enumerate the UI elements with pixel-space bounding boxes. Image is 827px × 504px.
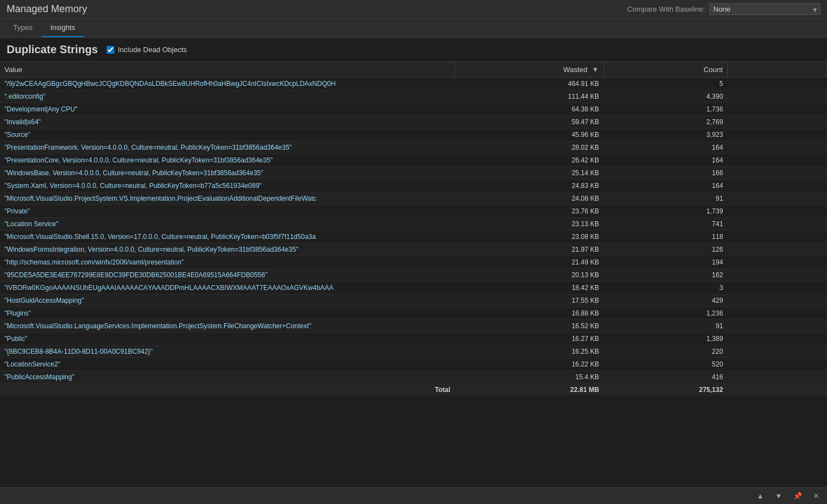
footer-total-label: Total: [0, 384, 455, 396]
cell-count: 1,736: [603, 103, 728, 116]
cell-wasted: 24.83 KB: [455, 180, 603, 192]
cell-count: 126: [603, 243, 728, 256]
cell-extra: [728, 90, 827, 103]
cell-count: 164: [603, 180, 728, 192]
cell-value: "http://schemas.microsoft.com/winfx/2006…: [0, 256, 455, 269]
cell-value: "iVBORw0KGgoAAAANSUhEUgAAAIAAAAACАYAAADD…: [0, 282, 455, 294]
table-row[interactable]: "LocationService2"16.22 KB520: [0, 358, 827, 371]
cell-count: 220: [603, 345, 728, 358]
cell-extra: [728, 167, 827, 180]
pin-button[interactable]: 📌: [790, 491, 805, 501]
table-row[interactable]: "HostGuidAccessMapping"17.55 KB429: [0, 294, 827, 307]
cell-value: "LocationService2": [0, 358, 455, 371]
table-row[interactable]: "95CDE5A5DE3E4EE767299E8E9DC39FDE30DB625…: [0, 269, 827, 282]
table-row[interactable]: "WindowsBase, Version=4.0.0.0, Culture=n…: [0, 167, 827, 180]
cell-value: "Microsoft.VisualStudio.LanguageServices…: [0, 320, 455, 333]
cell-extra: [728, 231, 827, 243]
table-row[interactable]: "Development|Any CPU"64.38 KB1,736: [0, 103, 827, 116]
cell-value: "95CDE5A5DE3E4EE767299E8E9DC39FDE30DB625…: [0, 269, 455, 282]
table-body: "/9j/2wCEAAgGBgcGBQgHBwcJCQgKDBQNDAsLDBk…: [0, 78, 827, 384]
cell-extra: [728, 192, 827, 205]
cell-count: 162: [603, 269, 728, 282]
cell-extra: [728, 320, 827, 333]
col-header-wasted[interactable]: Wasted ▼: [455, 62, 603, 78]
table-row[interactable]: "Plugins"16.88 KB1,236: [0, 307, 827, 320]
cell-wasted: 16.25 KB: [455, 345, 603, 358]
table-row[interactable]: "WindowsFormsIntegration, Version=4.0.0.…: [0, 243, 827, 256]
table-row[interactable]: "PublicAccessMapping"15.4 KB416: [0, 371, 827, 384]
cell-extra: [728, 243, 827, 256]
cell-wasted: 464.91 KB: [455, 78, 603, 90]
cell-count: 91: [603, 320, 728, 333]
cell-count: 416: [603, 371, 728, 384]
cell-value: ".editorconfig": [0, 90, 455, 103]
cell-count: 741: [603, 218, 728, 231]
cell-count: 3: [603, 282, 728, 294]
table-row[interactable]: "{8BC9CEB8-8B4A-11D0-8D11-00A0C91BC942}"…: [0, 345, 827, 358]
cell-value: "WindowsFormsIntegration, Version=4.0.0.…: [0, 243, 455, 256]
cell-count: 1,389: [603, 333, 728, 345]
compare-baseline-select[interactable]: None: [709, 3, 820, 15]
table-row[interactable]: "Microsoft.VisualStudio.LanguageServices…: [0, 320, 827, 333]
cell-extra: [728, 103, 827, 116]
table-row[interactable]: "Private"23.76 KB1,739: [0, 205, 827, 218]
table-row[interactable]: "Microsoft.VisualStudio.ProjectSystem.VS…: [0, 192, 827, 205]
cell-wasted: 28.02 KB: [455, 141, 603, 154]
table-row[interactable]: "Public"16.27 KB1,389: [0, 333, 827, 345]
cell-extra: [728, 294, 827, 307]
cell-wasted: 25.14 KB: [455, 167, 603, 180]
bottom-toolbar: ▲ ▼ 📌 ✕: [0, 487, 827, 504]
cell-count: 91: [603, 192, 728, 205]
cell-wasted: 16.88 KB: [455, 307, 603, 320]
table-row[interactable]: "iVBORw0KGgoAAAANSUhEUgAAAIAAAAACАYAAADD…: [0, 282, 827, 294]
cell-count: 3,923: [603, 129, 728, 141]
close-button[interactable]: ✕: [810, 491, 823, 501]
cell-extra: [728, 282, 827, 294]
col-header-count[interactable]: Count: [603, 62, 728, 78]
scroll-down-button[interactable]: ▼: [772, 491, 785, 501]
table-row[interactable]: "Microsoft.VisualStudio.Shell.15.0, Vers…: [0, 231, 827, 243]
cell-wasted: 111.44 KB: [455, 90, 603, 103]
top-bar: Managed Memory Compare With Baseline: No…: [0, 0, 827, 19]
section-title: Duplicate Strings: [7, 43, 98, 56]
cell-value: "PresentationFramework, Version=4.0.0.0,…: [0, 141, 455, 154]
cell-extra: [728, 371, 827, 384]
cell-extra: [728, 269, 827, 282]
footer-wasted: 22.81 MB: [455, 384, 603, 396]
scroll-up-button[interactable]: ▲: [753, 491, 767, 501]
cell-extra: [728, 141, 827, 154]
cell-extra: [728, 205, 827, 218]
table-row[interactable]: ".editorconfig"111.44 KB4,390: [0, 90, 827, 103]
table-row[interactable]: "Invalid|x64"59.47 KB2,769: [0, 116, 827, 129]
cell-wasted: 64.38 KB: [455, 103, 603, 116]
cell-extra: [728, 116, 827, 129]
compare-select-wrapper[interactable]: None: [709, 3, 820, 15]
cell-wasted: 24.08 KB: [455, 192, 603, 205]
cell-count: 5: [603, 78, 728, 90]
col-header-value[interactable]: Value: [0, 62, 455, 78]
footer-count: 275,132: [603, 384, 728, 396]
cell-extra: [728, 78, 827, 90]
table-row[interactable]: "System.Xaml, Version=4.0.0.0, Culture=n…: [0, 180, 827, 192]
include-dead-objects-label[interactable]: Include Dead Objects: [106, 45, 186, 54]
table-row[interactable]: "PresentationCore, Version=4.0.0.0, Cult…: [0, 154, 827, 167]
cell-count: 1,236: [603, 307, 728, 320]
table-row[interactable]: "Location Service"23.13 KB741: [0, 218, 827, 231]
compare-label: Compare With Baseline:: [627, 5, 705, 13]
tab-insights[interactable]: Insights: [42, 19, 84, 37]
cell-wasted: 23.08 KB: [455, 231, 603, 243]
sort-icon: ▼: [592, 65, 599, 74]
cell-value: "PublicAccessMapping": [0, 371, 455, 384]
cell-wasted: 23.13 KB: [455, 218, 603, 231]
compare-section: Compare With Baseline: None: [627, 3, 820, 15]
table-row[interactable]: "PresentationFramework, Version=4.0.0.0,…: [0, 141, 827, 154]
table-row[interactable]: "/9j/2wCEAAgGBgcGBQgHBwcJCQgKDBQNDAsLDBk…: [0, 78, 827, 90]
table-container[interactable]: Value Wasted ▼ Count "/9j/2wCEAAgGBgcGBQ…: [0, 62, 827, 500]
table-row[interactable]: "http://schemas.microsoft.com/winfx/2006…: [0, 256, 827, 269]
table-header-row: Value Wasted ▼ Count: [0, 62, 827, 78]
include-dead-objects-checkbox[interactable]: [106, 46, 114, 54]
tab-types[interactable]: Types: [4, 19, 42, 37]
table-row[interactable]: "Source"45.96 KB3,923: [0, 129, 827, 141]
cell-wasted: 20.13 KB: [455, 269, 603, 282]
cell-count: 194: [603, 256, 728, 269]
